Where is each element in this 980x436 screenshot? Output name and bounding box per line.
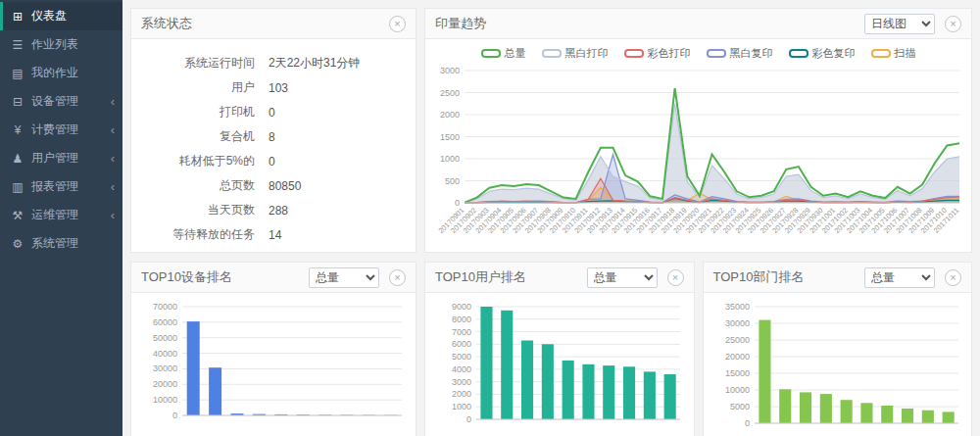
- chevron-left-icon: ‹: [111, 94, 115, 109]
- legend-item-bw-print[interactable]: 黑白打印: [542, 46, 609, 61]
- svg-text:60000: 60000: [153, 317, 177, 327]
- sidebar-item-my-jobs[interactable]: ▤ 我的作业: [0, 59, 122, 87]
- billing-icon: ¥: [10, 123, 25, 137]
- devices-bar-chart: 010000200003000040000500006000070000: [137, 299, 410, 436]
- close-icon[interactable]: ×: [389, 16, 406, 32]
- svg-text:1000: 1000: [440, 154, 460, 164]
- trend-period-select[interactable]: 日线图: [864, 14, 935, 34]
- top-departments-panel: TOP10部门排名 总量 × 0500010000150002000025000…: [703, 262, 973, 436]
- legend-label: 黑白打印: [565, 46, 609, 61]
- sidebar-item-dashboard[interactable]: ⊞ 仪表盘: [0, 2, 122, 30]
- panel-title: 印量趋势: [435, 15, 855, 32]
- main-content: 系统状态 × 系统运行时间 2天22小时31分钟 用户 103 打印机 0: [122, 0, 980, 436]
- legend-item-color-copy[interactable]: 彩色复印: [789, 46, 856, 61]
- status-value: 14: [269, 228, 402, 242]
- close-icon[interactable]: ×: [667, 269, 684, 286]
- sidebar-item-label: 作业列表: [31, 36, 115, 53]
- svg-text:500: 500: [445, 176, 460, 186]
- legend-item-total[interactable]: 总量: [481, 46, 526, 61]
- close-icon[interactable]: ×: [389, 269, 406, 286]
- top-users-panel: TOP10用户排名 总量 × 0100020003000400050006000…: [424, 262, 695, 436]
- panel-title: TOP10部门排名: [713, 268, 856, 286]
- close-icon[interactable]: ×: [945, 16, 961, 32]
- print-trend-panel: 印量趋势 日线图 × 总量 黑白打印: [424, 8, 972, 253]
- status-label: 总页数: [145, 177, 255, 194]
- status-label: 等待释放的任务: [145, 226, 255, 243]
- svg-text:0: 0: [744, 418, 749, 428]
- ops-icon: ⚒: [10, 209, 25, 222]
- status-row: 复合机 8: [145, 124, 402, 149]
- legend-label: 总量: [505, 46, 526, 61]
- sidebar-item-label: 报表管理: [31, 178, 107, 195]
- legend-swatch-icon: [624, 49, 644, 58]
- svg-text:1000: 1000: [452, 402, 471, 412]
- devices-metric-select[interactable]: 总量: [309, 267, 379, 288]
- status-label: 系统运行时间: [145, 55, 255, 72]
- svg-text:5000: 5000: [452, 352, 471, 362]
- svg-text:25000: 25000: [724, 335, 749, 345]
- trend-legend: 总量 黑白打印 彩色打印 黑白复印: [425, 39, 971, 63]
- my-jobs-icon: ▤: [10, 67, 25, 80]
- sidebar-item-ops-management[interactable]: ⚒ 运维管理 ‹: [0, 201, 122, 229]
- app-root: ⊞ 仪表盘 ☰ 作业列表 ▤ 我的作业 ⊟ 设备管理 ‹ ¥ 计费管理 ‹ ♟ …: [0, 0, 980, 436]
- svg-text:30000: 30000: [724, 318, 749, 328]
- svg-text:2500: 2500: [440, 88, 460, 98]
- legend-item-bw-copy[interactable]: 黑白复印: [707, 46, 773, 61]
- legend-label: 彩色打印: [648, 46, 691, 61]
- panel-title: 系统状态: [141, 15, 379, 32]
- status-label: 当天页数: [145, 202, 255, 218]
- svg-text:2000: 2000: [452, 389, 471, 399]
- status-label: 用户: [145, 79, 255, 96]
- sidebar-item-report-management[interactable]: ▥ 报表管理 ‹: [0, 172, 122, 201]
- status-label: 复合机: [145, 128, 255, 145]
- legend-label: 彩色复印: [812, 46, 856, 61]
- status-row: 等待释放的任务 14: [145, 222, 402, 247]
- legend-item-color-print[interactable]: 彩色打印: [624, 46, 691, 61]
- system-icon: ⚙: [10, 237, 25, 251]
- sidebar-item-label: 系统管理: [31, 235, 115, 252]
- legend-swatch-icon: [481, 49, 501, 58]
- dashboard-icon: ⊞: [10, 10, 25, 24]
- svg-text:50000: 50000: [153, 333, 177, 343]
- svg-text:20000: 20000: [724, 352, 749, 362]
- svg-text:3000: 3000: [452, 377, 471, 387]
- sidebar-item-label: 用户管理: [31, 150, 107, 167]
- sidebar-item-user-management[interactable]: ♟ 用户管理 ‹: [0, 144, 122, 172]
- user-icon: ♟: [10, 152, 25, 166]
- svg-text:1500: 1500: [440, 132, 460, 142]
- status-value: 80850: [269, 179, 402, 193]
- users-bar-chart: 0100020003000400050006000700080009000: [431, 299, 688, 436]
- svg-text:2000: 2000: [440, 110, 460, 120]
- svg-text:3000: 3000: [440, 66, 460, 75]
- svg-text:4000: 4000: [452, 364, 471, 374]
- sidebar-item-job-list[interactable]: ☰ 作业列表: [0, 30, 122, 59]
- users-metric-select[interactable]: 总量: [587, 267, 658, 288]
- close-icon[interactable]: ×: [945, 269, 961, 286]
- sidebar-item-system-management[interactable]: ⚙ 系统管理: [0, 229, 122, 258]
- sidebar: ⊞ 仪表盘 ☰ 作业列表 ▤ 我的作业 ⊟ 设备管理 ‹ ¥ 计费管理 ‹ ♟ …: [0, 0, 122, 436]
- device-icon: ⊟: [10, 95, 25, 109]
- chevron-left-icon: ‹: [111, 122, 115, 137]
- status-label: 耗材低于5%的: [145, 153, 255, 170]
- panel-title: TOP10用户排名: [435, 268, 577, 286]
- trend-chart: 0500100015002000250030002017090120170902…: [425, 63, 971, 252]
- legend-item-scan[interactable]: 扫描: [871, 46, 916, 61]
- panel-title: TOP10设备排名: [141, 268, 299, 286]
- report-icon: ▥: [10, 180, 25, 194]
- status-row: 耗材低于5%的 0: [145, 149, 402, 173]
- departments-bar-chart: 05000100001500020000250003000035000: [710, 299, 966, 436]
- chevron-left-icon: ‹: [111, 179, 115, 194]
- status-value: 0: [269, 106, 402, 120]
- legend-label: 黑白复印: [730, 46, 773, 61]
- sidebar-item-billing-management[interactable]: ¥ 计费管理 ‹: [0, 116, 122, 144]
- departments-metric-select[interactable]: 总量: [864, 267, 935, 288]
- sidebar-item-label: 设备管理: [31, 93, 107, 110]
- svg-text:10000: 10000: [724, 385, 749, 395]
- status-value: 103: [269, 81, 402, 95]
- sidebar-item-device-management[interactable]: ⊟ 设备管理 ‹: [0, 87, 122, 116]
- svg-text:7000: 7000: [452, 327, 471, 337]
- sidebar-item-label: 我的作业: [31, 65, 115, 81]
- status-value: 0: [269, 155, 402, 169]
- svg-text:0: 0: [466, 414, 471, 424]
- status-row: 用户 103: [145, 75, 402, 100]
